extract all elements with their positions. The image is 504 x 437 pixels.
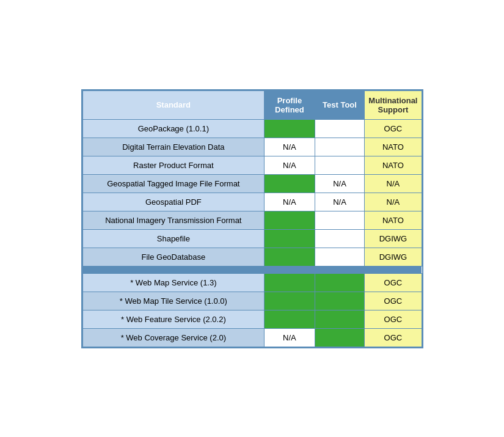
multi-cell: N/A <box>365 193 422 211</box>
standard-cell: * Web Map Service (1.3) <box>82 273 265 292</box>
test-cell <box>315 328 365 347</box>
table-row: Raster Product Format N/A NATO <box>82 156 422 174</box>
main-table-wrapper: Standard ProfileDefined Test Tool Multin… <box>81 89 423 348</box>
multi-cell: OGC <box>365 328 422 347</box>
profile-cell <box>265 229 315 248</box>
multi-cell: OGC <box>365 119 422 138</box>
table-row: * Web Map Tile Service (1.0.0) OGC <box>82 292 422 310</box>
header-multi: MultinationalSupport <box>365 90 422 119</box>
table-row: Shapefile DGIWG <box>82 229 422 248</box>
test-cell: N/A <box>315 193 365 211</box>
header-standard: Standard <box>82 90 265 119</box>
standard-cell: File GeoDatabase <box>82 248 265 266</box>
standard-cell: * Web Feature Service (2.0.2) <box>82 310 265 328</box>
test-cell <box>315 156 365 174</box>
multi-cell: N/A <box>365 174 422 193</box>
standard-cell: Digital Terrain Elevation Data <box>82 138 265 156</box>
profile-cell: N/A <box>265 156 315 174</box>
standard-cell: Geospatial PDF <box>82 193 265 211</box>
table-row: * Web Coverage Service (2.0) N/A OGC <box>82 328 422 347</box>
profile-cell <box>265 292 315 310</box>
profile-cell: N/A <box>265 328 315 347</box>
multi-cell: NATO <box>365 138 422 156</box>
profile-cell <box>265 211 315 229</box>
profile-cell <box>265 248 315 266</box>
test-cell <box>315 229 365 248</box>
table-row: Digital Terrain Elevation Data N/A NATO <box>82 138 422 156</box>
standards-table: Standard ProfileDefined Test Tool Multin… <box>82 90 422 347</box>
standard-cell: GeoPackage (1.0.1) <box>82 119 265 138</box>
table-row: Geospatial PDF N/A N/A N/A <box>82 193 422 211</box>
table-row: Geospatial Tagged Image File Format N/A … <box>82 174 422 193</box>
test-cell <box>315 119 365 138</box>
multi-cell: NATO <box>365 156 422 174</box>
table-body: GeoPackage (1.0.1) OGC Digital Terrain E… <box>82 119 422 347</box>
profile-cell: N/A <box>265 138 315 156</box>
table-row: * Web Feature Service (2.0.2) OGC <box>82 310 422 328</box>
standard-cell: * Web Coverage Service (2.0) <box>82 328 265 347</box>
test-cell: N/A <box>315 174 365 193</box>
test-cell <box>315 248 365 266</box>
table-row: GeoPackage (1.0.1) OGC <box>82 119 422 138</box>
multi-cell: OGC <box>365 273 422 292</box>
multi-cell: DGIWG <box>365 248 422 266</box>
standard-cell: * Web Map Tile Service (1.0.0) <box>82 292 265 310</box>
table-row: File GeoDatabase DGIWG <box>82 248 422 266</box>
profile-cell <box>265 310 315 328</box>
profile-cell: N/A <box>265 193 315 211</box>
test-cell <box>315 310 365 328</box>
test-cell <box>315 273 365 292</box>
test-cell <box>315 211 365 229</box>
header-row: Standard ProfileDefined Test Tool Multin… <box>82 90 422 119</box>
profile-cell <box>265 273 315 292</box>
standard-cell: Geospatial Tagged Image File Format <box>82 174 265 193</box>
separator-row <box>82 266 422 273</box>
test-cell <box>315 292 365 310</box>
test-cell <box>315 138 365 156</box>
standard-cell: Shapefile <box>82 229 265 248</box>
header-profile: ProfileDefined <box>265 90 315 119</box>
multi-cell: OGC <box>365 310 422 328</box>
multi-cell: DGIWG <box>365 229 422 248</box>
table-row: * Web Map Service (1.3) OGC <box>82 273 422 292</box>
standard-cell: National Imagery Transmission Format <box>82 211 265 229</box>
multi-cell: OGC <box>365 292 422 310</box>
table-row: National Imagery Transmission Format NAT… <box>82 211 422 229</box>
header-test: Test Tool <box>315 90 365 119</box>
standard-cell: Raster Product Format <box>82 156 265 174</box>
multi-cell: NATO <box>365 211 422 229</box>
profile-cell <box>265 174 315 193</box>
profile-cell <box>265 119 315 138</box>
